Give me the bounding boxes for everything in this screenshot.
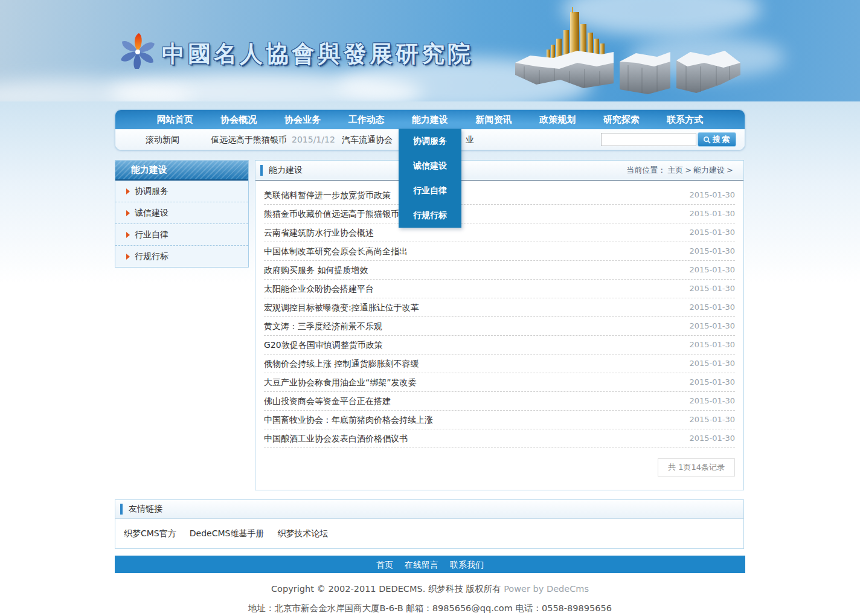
nav-item[interactable]: 新闻资讯 bbox=[462, 110, 526, 129]
ticker-news-link-1[interactable]: 值远远高于熊猫银币2015/1/12 bbox=[211, 129, 335, 150]
article-link[interactable]: 大豆产业协会称食用油企业“绑架”发改委 bbox=[264, 373, 417, 391]
article-link[interactable]: 黄文涛：三季度经济前景不乐观 bbox=[264, 317, 382, 335]
friend-link[interactable]: 织梦技术论坛 bbox=[277, 528, 328, 539]
search-button[interactable]: 搜索 bbox=[698, 132, 736, 147]
nav-item[interactable]: 能力建设 bbox=[398, 110, 462, 129]
friend-links-row: 织梦CMS官方 DedeCMS维基手册 织梦技术论坛 bbox=[115, 519, 743, 548]
nav-item[interactable]: 政策规划 bbox=[525, 110, 589, 129]
sidebar-title: 能力建设 bbox=[115, 161, 248, 181]
sidebar-menu-item-label: 行业自律 bbox=[135, 224, 168, 245]
article-date: 2015-01-30 bbox=[689, 205, 735, 223]
main-nav: 网站首页 协会概况 协会业务 工作动态 能力建设 新闻资讯 政策规划 研究探索 … bbox=[115, 110, 745, 129]
arrow-right-icon bbox=[126, 188, 130, 194]
nav-item[interactable]: 研究探索 bbox=[589, 110, 653, 129]
ticker-label: 滚动新闻 bbox=[146, 129, 179, 150]
article-date: 2015-01-30 bbox=[689, 355, 735, 373]
sidebar-menu-item[interactable]: 行业自律 bbox=[115, 224, 248, 246]
article-link[interactable]: G20敦促各国审慎调整货币政策 bbox=[264, 336, 383, 354]
dropdown-menu-item[interactable]: 诚信建设 bbox=[399, 153, 461, 178]
breadcrumb-current-link[interactable]: 能力建设 bbox=[693, 165, 725, 175]
sidebar-menu-item[interactable]: 诚信建设 bbox=[115, 202, 248, 224]
article-link[interactable]: 中国酿酒工业协会发表白酒价格倡议书 bbox=[264, 429, 408, 448]
article-row: G20敦促各国审慎调整货币政策 2015-01-30 bbox=[264, 336, 735, 355]
article-link[interactable]: 政府购买服务 如何提质增效 bbox=[264, 261, 368, 279]
article-date: 2015-01-30 bbox=[689, 336, 735, 354]
nav-item[interactable]: 联系方式 bbox=[653, 110, 717, 129]
article-row: 美联储料暂停进一步放宽货币政策 2015-01-30 bbox=[264, 186, 735, 205]
sidebar-menu-item[interactable]: 协调服务 bbox=[115, 181, 248, 202]
copyright-line: Copyright © 2002-2011 DEDECMS. 织梦科技 版权所有… bbox=[0, 583, 860, 595]
breadcrumb-label: 当前位置： bbox=[626, 165, 666, 175]
friend-link[interactable]: 织梦CMS官方 bbox=[124, 528, 176, 539]
arrow-right-icon bbox=[126, 210, 130, 216]
article-link[interactable]: 熊猫金币收藏价值远远高于熊猫银币 bbox=[264, 205, 399, 223]
sidebar-menu: 协调服务 诚信建设 行业自律 行规行标 bbox=[115, 181, 248, 267]
nav-item[interactable]: 网站首页 bbox=[143, 110, 207, 129]
main-panel: 能力建设 当前位置：主页>能力建设> 美联储料暂停进一步放宽货币政策 2015-… bbox=[255, 160, 744, 490]
friend-link[interactable]: DedeCMS维基手册 bbox=[190, 528, 265, 539]
article-date: 2015-01-30 bbox=[689, 411, 735, 429]
article-row: 宏观调控目标被曝微变:控通胀让位于改革 2015-01-30 bbox=[264, 298, 735, 317]
sidebar-menu-item-label: 诚信建设 bbox=[135, 202, 168, 223]
footer-nav-link[interactable]: 在线留言 bbox=[405, 560, 438, 569]
section-title: 能力建设 bbox=[269, 165, 303, 176]
article-row: 熊猫金币收藏价值远远高于熊猫银币 2015-01-30 bbox=[264, 205, 735, 223]
breadcrumb-separator: > bbox=[685, 165, 692, 175]
search-icon bbox=[703, 136, 711, 144]
article-date: 2015-01-30 bbox=[689, 392, 735, 410]
nav-item[interactable]: 协会概况 bbox=[207, 110, 271, 129]
friend-links-header: 友情链接 bbox=[115, 500, 743, 519]
footer-nav-link[interactable]: 联系我们 bbox=[450, 560, 484, 569]
article-date: 2015-01-30 bbox=[689, 429, 735, 448]
search-button-label: 搜索 bbox=[713, 134, 731, 145]
article-row: 中国酿酒工业协会发表白酒价格倡议书 2015-01-30 bbox=[264, 429, 735, 448]
friend-links-panel: 友情链接 织梦CMS官方 DedeCMS维基手册 织梦技术论坛 bbox=[115, 499, 744, 549]
dropdown-menu-item[interactable]: 行业自律 bbox=[399, 178, 461, 203]
article-date: 2015-01-30 bbox=[689, 373, 735, 391]
sidebar-menu-item[interactable]: 行规行标 bbox=[115, 246, 248, 267]
world-map-3d-graphic bbox=[512, 4, 748, 100]
article-row: 大豆产业协会称食用油企业“绑架”发改委 2015-01-30 bbox=[264, 373, 735, 392]
article-row: 云南省建筑防水行业协会概述 2015-01-30 bbox=[264, 223, 735, 242]
article-link[interactable]: 云南省建筑防水行业协会概述 bbox=[264, 223, 374, 242]
arrow-right-icon bbox=[126, 254, 130, 260]
ticker-news-link-2[interactable]: 汽车流通协会 ： bbox=[342, 129, 403, 150]
article-link[interactable]: 中国体制改革研究会原会长高尚全指出 bbox=[264, 242, 408, 260]
header-accent-bar bbox=[260, 165, 263, 176]
sidebar-menu-item-label: 行规行标 bbox=[135, 246, 168, 267]
footer-nav-link[interactable]: 首页 bbox=[376, 560, 393, 569]
article-row: 俄物价会持续上涨 控制通货膨胀刻不容缓 2015-01-30 bbox=[264, 355, 735, 373]
copyright-text: Copyright © 2002-2011 DEDECMS. 织梦科技 版权所有 bbox=[271, 584, 501, 594]
nav-dropdown-menu: 协调服务 诚信建设 行业自律 行规行标 bbox=[399, 129, 461, 228]
article-row: 黄文涛：三季度经济前景不乐观 2015-01-30 bbox=[264, 317, 735, 336]
article-link[interactable]: 佛山投资商会等资金平台正在搭建 bbox=[264, 392, 391, 410]
article-link[interactable]: 美联储料暂停进一步放宽货币政策 bbox=[264, 186, 391, 204]
main-panel-header: 能力建设 当前位置：主页>能力建设> bbox=[255, 161, 743, 181]
nav-item[interactable]: 工作动态 bbox=[335, 110, 399, 129]
footer-nav-bar: 首页 在线留言 联系我们 bbox=[115, 556, 745, 573]
search-input[interactable] bbox=[601, 133, 696, 146]
address-line: 地址：北京市新会金水岸国商大厦B-6-B 邮箱：8985656@qq.com 电… bbox=[0, 603, 860, 614]
article-row: 中国体制改革研究会原会长高尚全指出 2015-01-30 bbox=[264, 242, 735, 261]
ticker-news-date-1: 2015/1/12 bbox=[292, 135, 335, 144]
article-date: 2015-01-30 bbox=[689, 261, 735, 279]
breadcrumb-home-link[interactable]: 主页 bbox=[667, 165, 683, 175]
friend-links-title: 友情链接 bbox=[129, 504, 162, 515]
article-date: 2015-01-30 bbox=[689, 298, 735, 316]
dropdown-menu-item[interactable]: 行规行标 bbox=[399, 203, 461, 228]
arrow-right-icon bbox=[126, 232, 130, 238]
nav-item[interactable]: 协会业务 bbox=[271, 110, 335, 129]
article-row: 中国畜牧业协会：年底前猪肉价格会持续上涨 2015-01-30 bbox=[264, 411, 735, 429]
header-accent-bar bbox=[120, 504, 123, 515]
site-title: 中國名人協會與發展研究院 bbox=[162, 39, 473, 69]
breadcrumb-trailing-separator: > bbox=[727, 165, 733, 175]
pagination: 共 1页14条记录 bbox=[255, 458, 735, 476]
search-box: 搜索 bbox=[601, 132, 736, 147]
article-link[interactable]: 中国畜牧业协会：年底前猪肉价格会持续上涨 bbox=[264, 411, 433, 429]
article-date: 2015-01-30 bbox=[689, 280, 735, 298]
article-link[interactable]: 俄物价会持续上涨 控制通货膨胀刻不容缓 bbox=[264, 355, 419, 373]
article-date: 2015-01-30 bbox=[689, 186, 735, 204]
dropdown-menu-item[interactable]: 协调服务 bbox=[399, 129, 461, 153]
article-link[interactable]: 太阳能企业众盼协会搭建平台 bbox=[264, 280, 374, 298]
article-link[interactable]: 宏观调控目标被曝微变:控通胀让位于改革 bbox=[264, 298, 419, 316]
